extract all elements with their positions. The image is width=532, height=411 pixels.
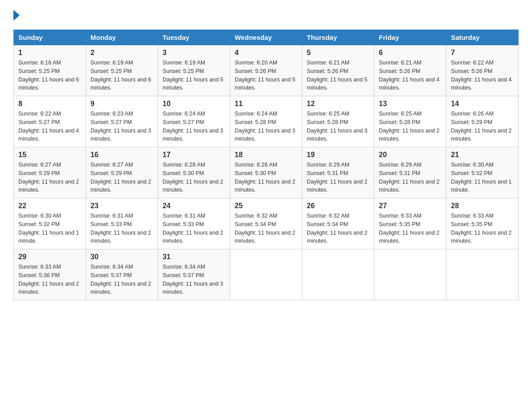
day-number: 9 [90,100,153,108]
header-wednesday: Wednesday [230,30,302,45]
week-row-5: 29 Sunrise: 6:33 AM Sunset: 5:36 PM Dayl… [14,249,519,300]
calendar-cell: 27 Sunrise: 6:33 AM Sunset: 5:35 PM Dayl… [374,198,446,249]
day-info: Sunrise: 6:25 AM Sunset: 5:28 PM Dayligh… [307,110,369,143]
day-number: 12 [307,100,369,108]
day-number: 19 [307,151,369,159]
day-number: 15 [18,151,81,159]
calendar-cell: 25 Sunrise: 6:32 AM Sunset: 5:34 PM Dayl… [230,198,302,249]
calendar-cell: 17 Sunrise: 6:28 AM Sunset: 5:30 PM Dayl… [158,147,230,198]
day-info: Sunrise: 6:27 AM Sunset: 5:29 PM Dayligh… [18,161,81,194]
day-number: 10 [163,100,225,108]
day-number: 2 [90,49,153,57]
calendar-cell: 26 Sunrise: 6:32 AM Sunset: 5:34 PM Dayl… [302,198,374,249]
day-info: Sunrise: 6:32 AM Sunset: 5:34 PM Dayligh… [235,212,297,245]
day-info: Sunrise: 6:19 AM Sunset: 5:25 PM Dayligh… [163,59,225,92]
day-number: 11 [235,100,297,108]
calendar-cell: 31 Sunrise: 6:34 AM Sunset: 5:37 PM Dayl… [158,249,230,300]
calendar-cell: 28 Sunrise: 6:33 AM Sunset: 5:35 PM Dayl… [446,198,519,249]
calendar-table: SundayMondayTuesdayWednesdayThursdayFrid… [13,30,519,300]
day-info: Sunrise: 6:28 AM Sunset: 5:30 PM Dayligh… [163,161,225,194]
day-info: Sunrise: 6:19 AM Sunset: 5:25 PM Dayligh… [90,59,153,92]
calendar-cell: 9 Sunrise: 6:23 AM Sunset: 5:27 PM Dayli… [86,96,158,147]
calendar-cell: 23 Sunrise: 6:31 AM Sunset: 5:33 PM Dayl… [86,198,158,249]
day-info: Sunrise: 6:21 AM Sunset: 5:26 PM Dayligh… [307,59,369,92]
calendar-cell: 16 Sunrise: 6:27 AM Sunset: 5:29 PM Dayl… [86,147,158,198]
day-number: 28 [451,202,514,210]
day-info: Sunrise: 6:23 AM Sunset: 5:27 PM Dayligh… [90,110,153,143]
calendar-cell [374,249,446,300]
day-number: 30 [90,253,153,261]
calendar-cell: 4 Sunrise: 6:20 AM Sunset: 5:26 PM Dayli… [230,45,302,96]
calendar-cell: 15 Sunrise: 6:27 AM Sunset: 5:29 PM Dayl… [14,147,86,198]
header-tuesday: Tuesday [158,30,230,45]
day-info: Sunrise: 6:33 AM Sunset: 5:35 PM Dayligh… [379,212,442,245]
day-info: Sunrise: 6:30 AM Sunset: 5:32 PM Dayligh… [18,212,81,245]
calendar-cell: 12 Sunrise: 6:25 AM Sunset: 5:28 PM Dayl… [302,96,374,147]
day-number: 31 [163,253,225,261]
header-monday: Monday [86,30,158,45]
day-info: Sunrise: 6:29 AM Sunset: 5:31 PM Dayligh… [379,161,442,194]
calendar-cell: 20 Sunrise: 6:29 AM Sunset: 5:31 PM Dayl… [374,147,446,198]
day-info: Sunrise: 6:26 AM Sunset: 5:29 PM Dayligh… [451,110,514,143]
day-info: Sunrise: 6:29 AM Sunset: 5:31 PM Dayligh… [307,161,369,194]
calendar-cell: 3 Sunrise: 6:19 AM Sunset: 5:25 PM Dayli… [158,45,230,96]
day-number: 22 [18,202,81,210]
day-number: 26 [307,202,369,210]
week-row-4: 22 Sunrise: 6:30 AM Sunset: 5:32 PM Dayl… [14,198,519,249]
calendar-cell [230,249,302,300]
calendar-cell: 21 Sunrise: 6:30 AM Sunset: 5:32 PM Dayl… [446,147,519,198]
calendar-cell: 19 Sunrise: 6:29 AM Sunset: 5:31 PM Dayl… [302,147,374,198]
header-friday: Friday [374,30,446,45]
calendar-cell: 8 Sunrise: 6:22 AM Sunset: 5:27 PM Dayli… [14,96,86,147]
day-number: 14 [451,100,514,108]
day-number: 4 [235,49,297,57]
day-info: Sunrise: 6:31 AM Sunset: 5:33 PM Dayligh… [163,212,225,245]
day-number: 16 [90,151,153,159]
logo-arrow-icon [13,10,20,21]
day-number: 1 [18,49,81,57]
day-number: 7 [451,49,514,57]
day-number: 5 [307,49,369,57]
day-number: 3 [163,49,225,57]
day-number: 21 [451,151,514,159]
day-info: Sunrise: 6:33 AM Sunset: 5:35 PM Dayligh… [451,212,514,245]
day-number: 25 [235,202,297,210]
calendar-cell: 22 Sunrise: 6:30 AM Sunset: 5:32 PM Dayl… [14,198,86,249]
week-row-3: 15 Sunrise: 6:27 AM Sunset: 5:29 PM Dayl… [14,147,519,198]
day-info: Sunrise: 6:30 AM Sunset: 5:32 PM Dayligh… [451,161,514,194]
calendar-cell: 24 Sunrise: 6:31 AM Sunset: 5:33 PM Dayl… [158,198,230,249]
day-info: Sunrise: 6:20 AM Sunset: 5:26 PM Dayligh… [235,59,297,92]
calendar-cell [302,249,374,300]
day-info: Sunrise: 6:31 AM Sunset: 5:33 PM Dayligh… [90,212,153,245]
calendar-cell: 6 Sunrise: 6:21 AM Sunset: 5:26 PM Dayli… [374,45,446,96]
day-info: Sunrise: 6:22 AM Sunset: 5:27 PM Dayligh… [18,110,81,143]
calendar-cell: 11 Sunrise: 6:24 AM Sunset: 5:28 PM Dayl… [230,96,302,147]
day-info: Sunrise: 6:25 AM Sunset: 5:28 PM Dayligh… [379,110,442,143]
calendar-cell: 29 Sunrise: 6:33 AM Sunset: 5:36 PM Dayl… [14,249,86,300]
calendar-cell: 18 Sunrise: 6:28 AM Sunset: 5:30 PM Dayl… [230,147,302,198]
day-number: 6 [379,49,442,57]
day-info: Sunrise: 6:32 AM Sunset: 5:34 PM Dayligh… [307,212,369,245]
calendar-header-row: SundayMondayTuesdayWednesdayThursdayFrid… [14,30,519,45]
day-number: 20 [379,151,442,159]
calendar-cell: 13 Sunrise: 6:25 AM Sunset: 5:28 PM Dayl… [374,96,446,147]
page-header [13,9,519,21]
calendar-cell: 14 Sunrise: 6:26 AM Sunset: 5:29 PM Dayl… [446,96,519,147]
header-thursday: Thursday [302,30,374,45]
day-number: 24 [163,202,225,210]
day-info: Sunrise: 6:27 AM Sunset: 5:29 PM Dayligh… [90,161,153,194]
day-info: Sunrise: 6:21 AM Sunset: 5:26 PM Dayligh… [379,59,442,92]
header-sunday: Sunday [14,30,86,45]
day-number: 23 [90,202,153,210]
day-info: Sunrise: 6:22 AM Sunset: 5:26 PM Dayligh… [451,59,514,92]
header-saturday: Saturday [446,30,519,45]
day-number: 18 [235,151,297,159]
calendar-cell [446,249,519,300]
day-info: Sunrise: 6:18 AM Sunset: 5:25 PM Dayligh… [18,59,81,92]
calendar-cell: 2 Sunrise: 6:19 AM Sunset: 5:25 PM Dayli… [86,45,158,96]
day-info: Sunrise: 6:34 AM Sunset: 5:37 PM Dayligh… [90,263,153,296]
calendar-cell: 30 Sunrise: 6:34 AM Sunset: 5:37 PM Dayl… [86,249,158,300]
week-row-2: 8 Sunrise: 6:22 AM Sunset: 5:27 PM Dayli… [14,96,519,147]
day-number: 29 [18,253,81,261]
logo [13,9,20,21]
